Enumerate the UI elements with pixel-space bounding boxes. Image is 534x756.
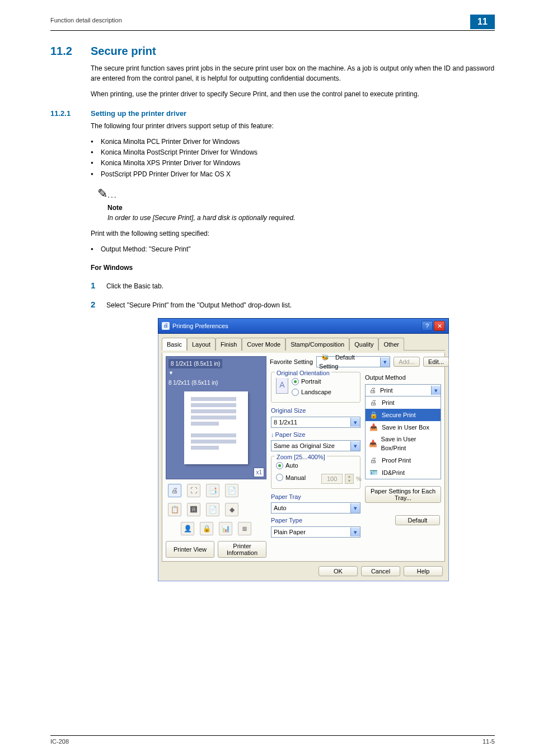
for-windows-heading: For Windows bbox=[91, 263, 495, 273]
print-with-text: Print with the following setting specifi… bbox=[91, 228, 495, 239]
chevron-down-icon[interactable]: ▾ bbox=[350, 418, 360, 427]
output-method-combo[interactable]: 🖨 Print ▾ bbox=[365, 384, 441, 396]
favorite-label: Favorite Setting bbox=[270, 357, 313, 367]
arrow-down-icon: ↓ bbox=[271, 431, 274, 438]
driver-item: Konica Minolta PostScript Printer Driver… bbox=[91, 147, 495, 158]
portrait-radio[interactable] bbox=[292, 378, 299, 385]
preview-panel: 8 1/2x11 (8.5x11 in) ▼ 8 1/2x11 (8.5x11 … bbox=[166, 356, 266, 479]
printer-info-button[interactable]: Printer Information bbox=[218, 541, 266, 558]
subsection-intro: The following four printer drivers suppo… bbox=[91, 121, 495, 131]
note-text: In order to use [Secure Print], a hard d… bbox=[107, 213, 495, 223]
dialog-title: Printing Preferences bbox=[172, 321, 228, 331]
output-option-print[interactable]: 🖨Print bbox=[366, 396, 441, 409]
chevron-down-icon[interactable]: ▾ bbox=[350, 528, 360, 537]
subsection-title: Setting up the printer driver bbox=[91, 109, 186, 118]
tab-layout[interactable]: Layout bbox=[187, 338, 216, 351]
zoom-auto-radio[interactable] bbox=[276, 462, 283, 469]
driver-item: Konica Minolta XPS Printer Driver for Wi… bbox=[91, 158, 495, 169]
toolbar-icon[interactable]: ≣ bbox=[238, 522, 251, 535]
tab-stamp[interactable]: Stamp/Composition bbox=[285, 338, 349, 351]
printer-icon: 🖨 bbox=[367, 398, 380, 408]
note-label: Note bbox=[107, 203, 495, 213]
tab-basic[interactable]: Basic bbox=[162, 338, 187, 351]
zoom-title: Zoom [25...400%] bbox=[275, 452, 327, 462]
wasp-icon: 🐝 bbox=[319, 354, 331, 361]
paper-settings-tray-button[interactable]: Paper Settings for Each Tray... bbox=[365, 486, 441, 503]
orientation-icon: A bbox=[276, 376, 288, 394]
copies-badge: x1 bbox=[254, 468, 264, 477]
step-text-1: Click the Basic tab. bbox=[106, 281, 163, 291]
toolbar-icon[interactable]: 📑 bbox=[206, 484, 219, 497]
zoom-group: Zoom [25...400%] Auto Manual 100 ▴▾ % bbox=[271, 456, 360, 489]
cancel-button[interactable]: Cancel bbox=[361, 566, 400, 576]
tab-finish[interactable]: Finish bbox=[216, 338, 242, 351]
ok-button[interactable]: OK bbox=[318, 566, 358, 576]
toolbar-icon[interactable]: 📋 bbox=[168, 503, 181, 516]
section-para-1: The secure print function saves print jo… bbox=[91, 63, 495, 83]
printer-icon: 🖨 bbox=[366, 385, 380, 395]
default-button[interactable]: Default bbox=[395, 515, 440, 525]
output-option-id-print[interactable]: 🪪ID&Print bbox=[366, 466, 441, 479]
paper-type-combo[interactable]: Plain Paper▾ bbox=[271, 526, 360, 538]
section-para-2: When printing, use the printer driver to… bbox=[91, 89, 495, 99]
output-method-dropdown: 🖨Print 🔒Secure Print 📥Save in User Box 📥… bbox=[365, 396, 441, 479]
arrow-down-icon: ▼ bbox=[168, 370, 264, 377]
toolbar-icon[interactable]: 👤 bbox=[181, 522, 194, 535]
landscape-radio[interactable] bbox=[292, 389, 299, 396]
id-icon: 🪪 bbox=[367, 468, 380, 478]
printing-preferences-dialog: 🖨 Printing Preferences ? ✕ Basic Layout … bbox=[158, 318, 449, 582]
section-number: 11.2 bbox=[50, 45, 91, 58]
step-number-2: 2 bbox=[91, 298, 106, 311]
paper-size-combo[interactable]: Same as Original Size▾ bbox=[271, 440, 360, 451]
footer-right: 11-5 bbox=[483, 738, 495, 745]
output-method-label: Output Method bbox=[365, 373, 441, 382]
paper-tray-combo[interactable]: Auto▾ bbox=[271, 502, 360, 514]
printer-view-button[interactable]: Printer View bbox=[166, 541, 214, 558]
original-size-combo[interactable]: 8 1/2x11▾ bbox=[271, 417, 360, 428]
toolbar-icon[interactable]: 📊 bbox=[219, 522, 232, 535]
toolbar-icon[interactable]: 🔒 bbox=[200, 522, 213, 535]
zoom-percent: % bbox=[356, 474, 362, 484]
paper-type-label: Paper Type bbox=[271, 516, 360, 525]
tab-strip: Basic Layout Finish Cover Mode Stamp/Com… bbox=[162, 337, 445, 351]
close-icon[interactable]: ✕ bbox=[434, 321, 445, 331]
toolbar-icon[interactable]: 🅰 bbox=[187, 503, 200, 516]
zoom-manual-label: Manual bbox=[285, 473, 306, 483]
toolbar-icon[interactable]: 📄 bbox=[225, 484, 238, 497]
output-option-proof-print[interactable]: 🖨Proof Print bbox=[366, 454, 441, 466]
toolbar-icon[interactable]: 🖨 bbox=[168, 484, 181, 497]
chevron-down-icon[interactable]: ▾ bbox=[350, 441, 360, 451]
lock-icon: 🔒 bbox=[367, 410, 380, 420]
chevron-down-icon[interactable]: ▾ bbox=[431, 386, 441, 395]
help-button[interactable]: Help bbox=[404, 566, 443, 576]
landscape-label: Landscape bbox=[301, 388, 331, 397]
dialog-titlebar[interactable]: 🖨 Printing Preferences ? ✕ bbox=[158, 318, 449, 334]
orientation-group: Original Orientation A Portrait Landscap… bbox=[271, 372, 360, 403]
output-option-secure-print[interactable]: 🔒Secure Print bbox=[366, 409, 441, 421]
output-option-save-userbox[interactable]: 📥Save in User Box bbox=[366, 421, 441, 433]
toolbar-icon[interactable]: ◆ bbox=[225, 503, 238, 516]
footer-left: IC-208 bbox=[50, 738, 69, 745]
driver-item: PostScript PPD Printer Driver for Mac OS… bbox=[91, 169, 495, 180]
toolbar-icon[interactable]: 📄 bbox=[206, 503, 219, 516]
zoom-value-input[interactable]: 100 bbox=[321, 474, 343, 484]
section-title: Secure print bbox=[91, 45, 156, 58]
help-button-icon[interactable]: ? bbox=[421, 321, 433, 331]
original-size-label: Original Size bbox=[271, 406, 360, 416]
box-icon: 📥 bbox=[367, 422, 380, 432]
page-thumbnail bbox=[184, 391, 248, 464]
paper-size-label: ↓Paper Size bbox=[271, 430, 360, 440]
preview-size-1: 8 1/2x11 (8.5x11 in) bbox=[168, 359, 222, 368]
chapter-badge: 11 bbox=[470, 15, 495, 29]
portrait-label: Portrait bbox=[301, 377, 321, 386]
toolbar-icon[interactable]: ⛶ bbox=[187, 484, 200, 497]
preview-size-2: 8 1/2x11 (8.5x11 in) bbox=[168, 379, 264, 387]
zoom-manual-radio[interactable] bbox=[276, 474, 283, 481]
tab-other[interactable]: Other bbox=[378, 338, 404, 351]
zoom-spinner[interactable]: ▴▾ bbox=[345, 474, 354, 484]
tab-cover-mode[interactable]: Cover Mode bbox=[242, 338, 285, 351]
output-option-save-userbox-print[interactable]: 📥Save in User Box/Print bbox=[366, 433, 441, 454]
chevron-down-icon[interactable]: ▾ bbox=[350, 503, 360, 513]
tab-quality[interactable]: Quality bbox=[349, 338, 378, 351]
step-text-2: Select "Secure Print" from the "Output M… bbox=[106, 300, 292, 310]
